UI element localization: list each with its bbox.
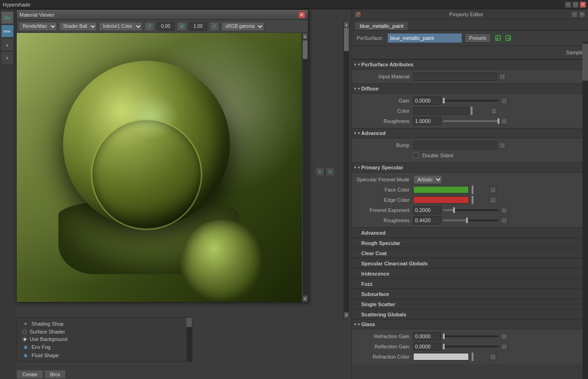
- refraction-color-swatch[interactable]: [413, 353, 469, 360]
- double-sided-checkbox[interactable]: [413, 153, 419, 158]
- scroll-thumb: [303, 40, 307, 59]
- mv-title-bar[interactable]: Material Viewer ✕: [17, 10, 308, 20]
- shading-list: ≡ Shading Shop Surface Shader Use Backgr…: [17, 318, 192, 361]
- center-scroll-thumb: [344, 28, 349, 51]
- input-material-field[interactable]: [413, 72, 497, 81]
- gamma-icon[interactable]: ⊙: [209, 22, 219, 31]
- create-btn[interactable]: Create: [16, 370, 44, 379]
- nav-icon-arrow-up[interactable]: ▲: [1, 38, 14, 51]
- nav-icon-arrow-down[interactable]: ▼: [1, 51, 14, 64]
- diffuse-gain-slider[interactable]: [443, 100, 499, 102]
- refraction-gain-connect[interactable]: [500, 333, 508, 340]
- diffuse-roughness-input[interactable]: [413, 117, 441, 125]
- maximize-btn[interactable]: □: [572, 1, 579, 8]
- graph-btn-2[interactable]: ⊟: [326, 167, 335, 176]
- nav-icon-materials[interactable]: Ma: [1, 11, 14, 24]
- graph-btn-1[interactable]: ⊞: [315, 167, 325, 176]
- fresnel-exp-input[interactable]: [413, 206, 441, 214]
- reflection-gain-input[interactable]: [413, 342, 441, 351]
- pe-green-btn-2[interactable]: ◀: [504, 34, 513, 42]
- center-scroll-down[interactable]: ▼: [344, 312, 349, 318]
- shading-item-fluid-shape[interactable]: ▣ Fluid Shape: [17, 351, 192, 360]
- fresnel-exp-slider[interactable]: [443, 209, 499, 211]
- diffuse-gain-label: Gain: [356, 98, 411, 103]
- section-primary-specular[interactable]: ▼ Primary Specular: [352, 162, 582, 173]
- edge-color-connect[interactable]: [489, 196, 497, 204]
- section-glass[interactable]: ▼ Glass: [352, 319, 582, 329]
- pe-scroll-area[interactable]: ▼ PxrSurface Attributes Input Material ▼…: [352, 59, 588, 379]
- scroll-up-btn[interactable]: ▲: [302, 33, 308, 39]
- section-diffuse[interactable]: ▼ Diffuse: [352, 84, 582, 94]
- section-iridescence[interactable]: Iridescence: [352, 268, 582, 278]
- diffuse-gain-thumb: [443, 98, 445, 103]
- scroll-down-btn[interactable]: ▼: [302, 295, 308, 302]
- diffuse-color-swatch[interactable]: [413, 107, 469, 115]
- shading-item-use-background[interactable]: Use Background: [17, 335, 192, 343]
- fresnel-mode-select[interactable]: Artistic: [413, 175, 442, 184]
- value1-input[interactable]: [156, 22, 175, 31]
- ps-roughness-slider[interactable]: [443, 219, 499, 221]
- shading-item-env-fog[interactable]: ▣ Env Fog: [17, 343, 192, 351]
- center-scroll-up[interactable]: ▲: [344, 21, 349, 28]
- close-btn[interactable]: ✕: [580, 1, 586, 8]
- clear-coat-arrow: [355, 251, 359, 256]
- minimize-btn[interactable]: ─: [565, 1, 571, 8]
- diffuse-roughness-connect[interactable]: [500, 117, 508, 125]
- section-rough-specular[interactable]: Rough Specular: [352, 238, 582, 248]
- refraction-gain-input[interactable]: [413, 332, 441, 340]
- iridescence-label: Iridescence: [361, 271, 390, 276]
- bins-btn[interactable]: Bins: [44, 370, 66, 379]
- pe-collapse-btn[interactable]: ─: [571, 11, 578, 18]
- shading-item-shading-shop[interactable]: ≡ Shading Shop: [17, 320, 192, 328]
- color-space-select[interactable]: Interior1 Color: [99, 22, 142, 31]
- section-subsurface[interactable]: Subsurface: [352, 289, 582, 299]
- reflection-gain-label: Reflection Gain: [356, 344, 411, 349]
- gamma-select[interactable]: sRGB gamma: [221, 22, 264, 31]
- shader-name-input[interactable]: [388, 33, 462, 43]
- refraction-gain-slider[interactable]: [443, 335, 499, 337]
- renderer-select[interactable]: RenderMan: [19, 22, 57, 31]
- reflection-gain-connect[interactable]: [500, 343, 508, 350]
- section-advanced[interactable]: ▼ Advanced: [352, 128, 582, 138]
- refraction-color-connect[interactable]: [489, 353, 497, 360]
- section-single-scatter[interactable]: Single Scatter: [352, 299, 582, 309]
- face-color-connect[interactable]: [489, 186, 497, 193]
- section-clearcoat-globals[interactable]: Specular Clearcoat Globals: [352, 258, 582, 268]
- edge-color-swatch[interactable]: [413, 196, 469, 204]
- section-advanced2[interactable]: Advanced: [352, 227, 582, 238]
- pe-green-btn-1[interactable]: ▶: [493, 34, 503, 42]
- refresh-btn[interactable]: ↺: [144, 22, 154, 31]
- diffuse-gain-connect[interactable]: [500, 97, 508, 104]
- bump-field[interactable]: [413, 141, 497, 149]
- lock-btn[interactable]: ⊠: [177, 22, 187, 31]
- display-type-select[interactable]: Shader Ball: [59, 22, 97, 31]
- bump-connect[interactable]: [499, 141, 506, 149]
- shading-item-surface-shader[interactable]: Surface Shader: [17, 328, 192, 335]
- input-material-connect[interactable]: [499, 73, 506, 80]
- diffuse-gain-input[interactable]: [413, 96, 441, 105]
- reflection-gain-slider[interactable]: [443, 346, 499, 347]
- use-background-radio[interactable]: [22, 337, 27, 341]
- fresnel-exp-connect[interactable]: [500, 206, 508, 214]
- value2-input[interactable]: [189, 22, 207, 31]
- pe-close-btn[interactable]: ✕: [579, 11, 585, 18]
- mv-close-btn[interactable]: ✕: [299, 12, 305, 18]
- ps-roughness-input[interactable]: [413, 216, 441, 225]
- section-fuzz[interactable]: Fuzz: [352, 278, 582, 289]
- section-scattering-globals[interactable]: Scattering Globals: [352, 309, 582, 319]
- pe-pin-btn[interactable]: 📌: [355, 11, 361, 18]
- pe-tab-blue-metallic[interactable]: blue_metallic_paint: [355, 21, 409, 30]
- diffuse-color-connect[interactable]: [490, 107, 498, 115]
- nav-icon-blue[interactable]: blue: [1, 25, 14, 38]
- section-clear-coat[interactable]: Clear Coat: [352, 248, 582, 258]
- surface-shader-radio[interactable]: [22, 329, 27, 334]
- ps-roughness-connect[interactable]: [500, 217, 508, 224]
- face-color-swatch[interactable]: [413, 186, 469, 193]
- diffuse-roughness-slider[interactable]: [443, 120, 499, 122]
- bump-label: Bump: [356, 142, 411, 148]
- input-material-row: Input Material: [352, 71, 582, 82]
- pe-green-btns: ▶ ◀: [493, 34, 513, 42]
- presets-btn[interactable]: Presets: [465, 33, 490, 43]
- pxrsurface-arrow: ▼: [355, 62, 359, 67]
- section-pxrsurface-attrs[interactable]: ▼ PxrSurface Attributes: [352, 59, 582, 70]
